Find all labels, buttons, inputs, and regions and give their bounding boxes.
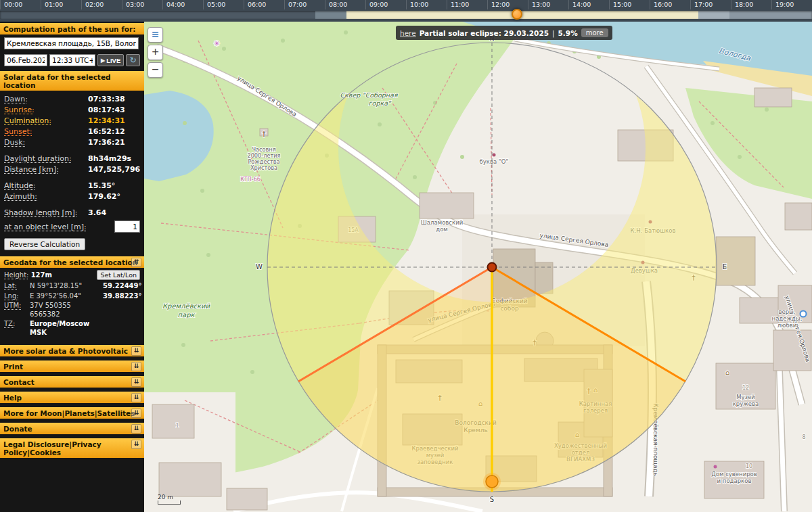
solar-label[interactable]: Dawn: (4, 95, 88, 103)
sidebar-menu-item[interactable]: Legal Disclosure|Privacy Policy|Cookies … (0, 437, 144, 458)
refresh-button[interactable]: ↻ (126, 54, 140, 66)
computation-header: Computation path of the sun for: (0, 22, 144, 34)
address-input[interactable] (4, 37, 139, 49)
ktp-label: КТП-66 (240, 177, 261, 183)
zoom-out-button[interactable]: − (148, 62, 163, 78)
collapse-up-icon[interactable]: ⇈ (131, 258, 141, 267)
solar-data-row: Dusk: 17:36:21 (0, 137, 144, 147)
svg-text:Христова: Христова (250, 164, 277, 171)
solar-label[interactable]: Culmination: (4, 116, 88, 125)
sidebar-menu-item[interactable]: More solar data & Photovoltaic ⇊ (0, 344, 144, 356)
eclipse-percent: 5.9% (558, 29, 578, 37)
solar-value: 12:34:31 (88, 116, 140, 125)
collapse-down-icon: ⇊ (131, 424, 141, 434)
height-value: 127m (31, 271, 52, 279)
solar-label[interactable]: Daylight duration: (4, 154, 88, 163)
time-slider-handle[interactable] (512, 9, 522, 20)
solar-label[interactable]: Altitude: (4, 181, 88, 190)
shalamov-label: Шаламовский (421, 219, 463, 226)
utm-label[interactable]: UTM: (4, 302, 30, 319)
collapse-down-icon: ⇊ (131, 393, 141, 402)
daylight-track[interactable] (0, 11, 812, 19)
hour-label: 00:00 (0, 0, 41, 9)
house-number: 8 (802, 434, 805, 440)
building-shalamov (420, 193, 474, 218)
date-input[interactable] (4, 54, 47, 66)
tz-value: Europe/Moscow MSK (30, 320, 103, 337)
hour-label: 08:00 (325, 0, 365, 9)
more-button[interactable]: more (581, 28, 608, 37)
solar-label[interactable]: Distance [km]: (4, 165, 88, 174)
solar-value: 16:52:12 (88, 127, 140, 136)
skver-label: Сквер "Соборная (340, 91, 398, 99)
solar-data-row: Sunset: 16:52:12 (0, 126, 144, 137)
tree-label: веры, (778, 308, 795, 315)
hour-label: 09:00 (365, 0, 406, 9)
zoom-in-button[interactable]: + (148, 45, 163, 60)
time-slider-bar[interactable]: 00:0001:0002:0003:0004:0005:0006:0007:00… (0, 0, 812, 22)
hour-label: 12:00 (487, 0, 528, 9)
solar-value: 3.64 (88, 208, 140, 217)
hour-label: 10:00 (406, 0, 447, 9)
lng-label[interactable]: Lng: (4, 292, 30, 301)
sidebar-menu-item[interactable]: Contact ⇊ (0, 375, 144, 388)
layers-button[interactable]: ≡ (148, 27, 163, 43)
object-level-label[interactable]: at an object level [m]: (4, 223, 87, 231)
location-marker[interactable] (488, 263, 497, 272)
hour-label: 13:00 (528, 0, 568, 9)
sidebar-menu-item[interactable]: Print ⇊ (0, 359, 144, 372)
souvenir-label: Дом сувениров (711, 471, 757, 478)
set-latlon-button[interactable]: Set Lat/Lon (97, 270, 140, 280)
time-input[interactable] (49, 54, 95, 66)
solar-label[interactable]: Sunset: (4, 127, 88, 136)
shop-dot (714, 465, 717, 469)
svg-text:надежды,: надежды, (772, 315, 803, 322)
fountain-icon: ✳ (213, 39, 219, 48)
sidebar: Computation path of the sun for: ▶ LIVE … (0, 22, 144, 512)
refresh-icon: ↻ (130, 55, 137, 65)
eclipse-banner: here Partial solar eclipse: 29.03.2025 |… (396, 26, 612, 40)
object-level-input[interactable] (114, 220, 140, 233)
collapse-down-icon: ⇊ (131, 377, 141, 387)
solar-value: 07:33:38 (88, 95, 140, 103)
separator: | (552, 29, 555, 37)
lace-label: Музей (736, 394, 755, 400)
height-label[interactable]: Height: (4, 271, 28, 279)
here-link[interactable]: here (400, 29, 416, 37)
sidebar-menu-item[interactable]: More for Moon|Planets|Satellites ⇊ (0, 406, 144, 419)
solar-data-row: Culmination: 12:34:31 (0, 115, 144, 126)
svg-text:дом: дом (436, 226, 448, 233)
solar-label[interactable]: Shadow length [m]: (4, 208, 88, 217)
solar-value: 17:36:21 (88, 138, 140, 147)
solar-value: 15.35° (88, 181, 140, 190)
lat-label[interactable]: Lat: (4, 282, 30, 291)
solar-label[interactable]: Sunrise: (4, 106, 88, 114)
park-label: Кремлёвский (162, 302, 210, 310)
collapse-down-icon: ⇊ (131, 346, 141, 356)
reverse-calculation-button[interactable]: Reverse Calculation (4, 238, 85, 250)
solar-label[interactable]: Azimuth: (4, 192, 88, 201)
house-number: 12 (742, 385, 749, 391)
sidebar-menu-item[interactable]: Donate ⇊ (0, 421, 144, 434)
hour-label: 19:00 (771, 0, 812, 9)
bukva-label: буква "О" (480, 158, 509, 165)
hour-label: 11:00 (447, 0, 487, 9)
solar-data-row: Azimuth: 179.62° (0, 191, 144, 202)
tz-label[interactable]: TZ: (4, 320, 30, 337)
chapel-cross-icon: † (262, 130, 266, 139)
solar-data-row: Sunrise: 08:17:43 (0, 104, 144, 115)
monument-dot (493, 154, 496, 157)
map-svg[interactable]: † † † † † ⌂ ⌂ ⌂ ⌂ ✳ улица Сергея Орлова … (144, 22, 812, 512)
hour-labels: 00:0001:0002:0003:0004:0005:0006:0007:00… (0, 0, 812, 9)
live-button[interactable]: ▶ LIVE (97, 54, 124, 66)
hour-label: 15:00 (609, 0, 650, 9)
sun-position-marker[interactable] (486, 475, 498, 488)
lat-dms: N 59°13'28.15" (30, 282, 103, 291)
hour-label: 04:00 (162, 0, 203, 9)
svg-text:горка": горка" (369, 99, 392, 107)
compass-south: S (490, 496, 494, 503)
sidebar-menu-item[interactable]: Help ⇊ (0, 390, 144, 403)
map-canvas[interactable]: † † † † † ⌂ ⌂ ⌂ ⌂ ✳ улица Сергея Орлова … (144, 22, 812, 512)
solar-label[interactable]: Dusk: (4, 138, 88, 147)
collapse-down-icon: ⇊ (131, 362, 141, 371)
